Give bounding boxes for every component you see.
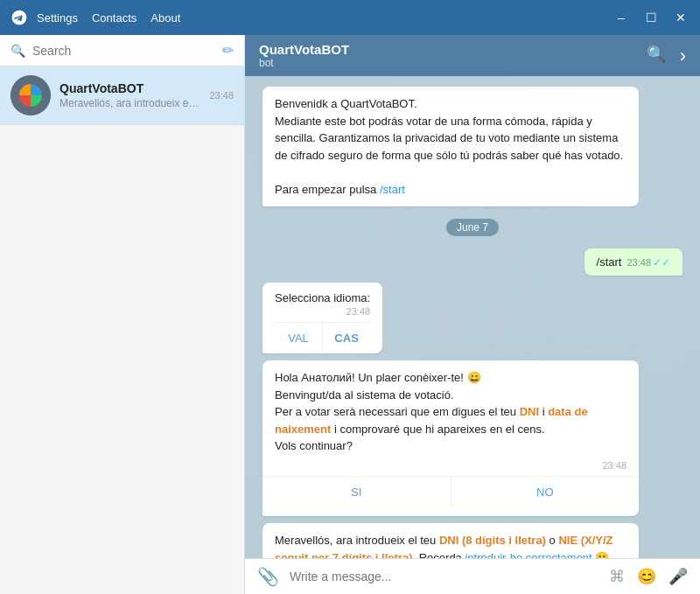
greeting-time: 23:48 — [275, 458, 626, 473]
window-controls: – ☐ ✕ — [612, 9, 690, 26]
bot-greeting-text: Hola Анатолий! Un plaer conèixer-te! 😀 B… — [275, 369, 626, 455]
double-check-icon: ✓✓ — [653, 256, 670, 269]
minimize-button[interactable]: – — [612, 9, 630, 26]
chat-messages: Benvenidk a QuartVotaBOT. Mediante este … — [245, 76, 700, 558]
chat-area: QuartVotaBOT bot 🔍 › Benvenidk a QuartVo… — [245, 35, 700, 594]
language-keyboard: Selecciona idioma: 23:48 VAL CAS — [262, 283, 382, 353]
user-message-text: /start — [597, 255, 622, 269]
app-icon — [10, 9, 28, 26]
compose-icon[interactable]: ✏ — [222, 42, 234, 59]
more-icon[interactable]: › — [680, 45, 686, 67]
chat-header-status: bot — [259, 57, 636, 69]
command-icon[interactable]: ⌘ — [609, 567, 625, 586]
start-link[interactable]: /start — [380, 183, 405, 196]
chat-name: QuartVotaBOT — [60, 81, 200, 95]
microphone-icon[interactable]: 🎤 — [668, 567, 688, 586]
bot-message-text: Benvenidk a QuartVotaBOT. Mediante este … — [275, 95, 626, 198]
search-bar: 🔍 ✏ — [0, 35, 244, 66]
chat-header: QuartVotaBOT bot 🔍 › — [245, 35, 700, 76]
maximize-button[interactable]: ☐ — [642, 9, 660, 26]
language-time: 23:48 — [275, 306, 370, 317]
chat-header-info: QuartVotaBOT bot — [259, 42, 636, 69]
si-no-buttons: SI NO — [262, 476, 639, 507]
val-button[interactable]: VAL — [275, 323, 323, 353]
input-bar: 📎 ⌘ 😊 🎤 — [245, 558, 700, 594]
no-button[interactable]: NO — [452, 477, 640, 507]
emoji-icon[interactable]: 😊 — [637, 567, 656, 586]
attachment-icon[interactable]: 📎 — [257, 566, 279, 587]
si-button[interactable]: SI — [262, 477, 452, 507]
title-bar: Settings Contacts About – ☐ ✕ — [0, 0, 700, 35]
language-buttons: VAL CAS — [275, 322, 370, 353]
close-button[interactable]: ✕ — [672, 9, 690, 26]
search-chat-icon[interactable]: 🔍 — [647, 45, 666, 67]
bot-message-greeting: Hola Анатолий! Un plaer conèixer-te! 😀 B… — [262, 360, 639, 516]
menu-contacts[interactable]: Contacts — [92, 11, 136, 24]
user-message-start: /start 23:48 ✓✓ — [584, 248, 682, 276]
chat-info: QuartVotaBOT Meravellós, ara introdueix … — [60, 81, 200, 109]
language-label: Selecciona idioma: — [275, 291, 370, 304]
avatar — [10, 75, 51, 115]
sidebar: 🔍 ✏ QuartVotaBOT Merav — [0, 35, 245, 594]
date-divider: June 7 — [446, 219, 499, 236]
bot-dni-text: Meravellós, ara introdueix el teu DNI (8… — [275, 532, 626, 558]
menu-settings[interactable]: Settings — [37, 11, 78, 24]
chat-time: 23:48 — [209, 90, 234, 101]
chat-item[interactable]: QuartVotaBOT Meravellós, ara introdueix … — [0, 66, 244, 125]
chat-header-name: QuartVotaBOT — [259, 42, 636, 57]
message-input[interactable] — [290, 570, 598, 584]
main-layout: 🔍 ✏ QuartVotaBOT Merav — [0, 35, 700, 594]
bot-message-dni: Meravellós, ara introdueix el teu DNI (8… — [262, 523, 639, 558]
chat-list: QuartVotaBOT Meravellós, ara introdueix … — [0, 66, 244, 594]
cas-button[interactable]: CAS — [323, 323, 370, 353]
user-message-time: 23:48 ✓✓ — [626, 256, 670, 269]
chat-header-actions: 🔍 › — [647, 45, 686, 67]
search-icon: 🔍 — [10, 44, 25, 58]
input-actions: ⌘ 😊 🎤 — [609, 567, 688, 586]
menu-about[interactable]: About — [150, 11, 180, 24]
chat-preview: Meravellós, ara introdueix el teu ... — [60, 97, 200, 109]
search-input[interactable] — [32, 44, 215, 58]
menu-bar: Settings Contacts About — [37, 11, 612, 24]
bot-message-welcome: Benvenidk a QuartVotaBOT. Mediante este … — [262, 87, 639, 206]
